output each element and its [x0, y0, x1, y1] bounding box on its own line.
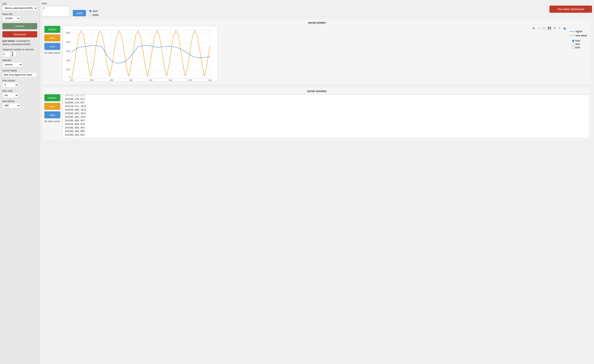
- spinner-up-button[interactable]: ▲: [11, 52, 14, 54]
- plot-rollover-select[interactable]: 100 200 400 800 1600: [2, 103, 20, 108]
- time-units-select[interactable]: ms s min hr: [2, 93, 18, 98]
- svg-text:1000: 1000: [65, 32, 70, 34]
- plotter-no-data: No data saved.: [44, 52, 61, 54]
- reset-icon[interactable]: ↺: [553, 26, 556, 30]
- time-column-section: time column 0 1 2: [2, 79, 37, 88]
- svg-text:241: 241: [149, 79, 152, 81]
- svg-text:238: 238: [89, 79, 93, 81]
- delimiter-select[interactable]: comma space tab semicolon: [2, 62, 22, 67]
- legend-sine-line: [570, 35, 574, 36]
- send-button[interactable]: send: [73, 10, 86, 16]
- column-labels-section: column labels time (ms),signal,sine wave: [2, 69, 37, 77]
- monitor-inner: stream clear save No data saved. 244160,…: [44, 94, 589, 138]
- monitor-line: 244360,404,905: [65, 129, 587, 133]
- svg-text:244: 244: [208, 79, 212, 81]
- time-units-label: time units: [2, 89, 37, 92]
- ascii-radio[interactable]: [89, 10, 92, 12]
- legend-sine-label: sine wave: [575, 34, 587, 37]
- monitor-save-button[interactable]: save: [44, 111, 60, 118]
- svg-text:400: 400: [67, 59, 70, 62]
- top-bar: input 7 send ascii bytes shut down dashb…: [42, 2, 592, 16]
- max-columns-section: maximum number of columns 3 ▲ ▼: [2, 48, 37, 57]
- svg-text:800: 800: [67, 41, 70, 43]
- view-options: lines dots both: [572, 39, 580, 49]
- delimiter-label: delimiter: [2, 59, 37, 62]
- column-labels-label: column labels: [2, 69, 37, 72]
- plotter-clear-button[interactable]: clear: [44, 34, 60, 41]
- port-label: port: [2, 2, 37, 5]
- baud-rate-select[interactable]: 115200 9600 19200 57600 230400: [2, 16, 20, 21]
- port-select[interactable]: /dev/cu.usbmodem143301 Arc: [2, 6, 37, 11]
- baud-rate-label: baud rate: [2, 13, 37, 15]
- svg-text:240: 240: [129, 79, 133, 81]
- serial-monitor-title: serial monitor: [44, 89, 589, 93]
- monitor-clear-button[interactable]: clear: [44, 103, 60, 110]
- disconnect-button[interactable]: disconnect: [2, 31, 37, 37]
- chart-area: ✥ ⬚ ⬡ 💾 ↺ ? ◉ 10: [62, 26, 567, 82]
- both-radio[interactable]: [572, 46, 574, 49]
- svg-text:243: 243: [188, 79, 192, 81]
- shutdown-button[interactable]: shut down dashboard: [549, 6, 592, 13]
- monitor-no-data: No data saved.: [44, 120, 61, 123]
- max-columns-spinner: 3 ▲ ▼: [2, 51, 16, 57]
- svg-text:0: 0: [69, 76, 70, 78]
- monitor-buttons: stream clear save: [44, 94, 60, 118]
- column-labels-input[interactable]: time (ms),signal,sine wave: [2, 72, 37, 77]
- legend-signal: signal: [570, 30, 582, 33]
- zoom-rect-icon[interactable]: ⬚: [537, 26, 541, 30]
- zoom-poly-icon[interactable]: ⬡: [542, 26, 546, 30]
- monitor-data-area[interactable]: 244160,418,915244180,416,974244200,414,9…: [62, 94, 589, 138]
- plotter-save-button[interactable]: save: [44, 43, 60, 50]
- input-label: input: [42, 2, 70, 5]
- pan-icon[interactable]: ✥: [532, 26, 536, 30]
- time-column-select[interactable]: 0 1 2: [2, 82, 18, 88]
- monitor-line: 244340,404,943: [65, 126, 587, 129]
- bytes-radio-label[interactable]: bytes: [89, 13, 99, 16]
- plotter-inner: stream clear save No data saved. ✥ ⬚ ⬡ 💾…: [44, 26, 589, 82]
- ascii-radio-label[interactable]: ascii: [89, 10, 99, 13]
- lines-label: lines: [575, 39, 580, 42]
- help-icon[interactable]: ?: [558, 26, 561, 30]
- monitor-line: 244300,404,997: [65, 119, 587, 122]
- bytes-radio[interactable]: [89, 13, 92, 16]
- legend-signal-label: signal: [575, 30, 582, 33]
- chart-legend-area: signal sine wave lines dots: [570, 30, 589, 49]
- monitor-line: 244240,408,1021: [65, 108, 587, 112]
- lines-radio[interactable]: [572, 40, 574, 42]
- plotter-buttons: stream clear save: [44, 26, 60, 50]
- color-icon[interactable]: ◉: [563, 26, 567, 30]
- svg-text:237: 237: [70, 79, 73, 81]
- monitor-line: 244380,404,861: [65, 133, 587, 137]
- input-textarea[interactable]: 7: [42, 6, 70, 16]
- bytes-label: bytes: [93, 13, 99, 16]
- max-columns-label: maximum number of columns: [2, 48, 37, 51]
- chart-toolbar: ✥ ⬚ ⬡ 💾 ↺ ? ◉: [531, 26, 567, 31]
- legend-sine: sine wave: [570, 34, 587, 37]
- plot-rollover-label: plot rollover: [2, 100, 37, 103]
- both-radio-label[interactable]: both: [572, 46, 580, 49]
- connect-button[interactable]: connect: [2, 23, 37, 29]
- dots-radio[interactable]: [572, 43, 574, 46]
- ascii-label: ascii: [93, 10, 98, 13]
- baud-rate-section: baud rate 115200 9600 19200 57600 230400: [2, 13, 37, 21]
- lines-radio-label[interactable]: lines: [572, 39, 580, 42]
- svg-text:239: 239: [109, 79, 113, 81]
- spinner-down-button[interactable]: ▼: [11, 54, 14, 57]
- svg-text:242: 242: [169, 79, 172, 81]
- sidebar: port /dev/cu.usbmodem143301 Arc baud rat…: [0, 0, 40, 364]
- dots-label: dots: [575, 43, 580, 46]
- monitor-line: 244320,404,974: [65, 122, 587, 126]
- serial-plotter-title: serial plotter: [44, 21, 589, 24]
- svg-text:200: 200: [67, 68, 70, 71]
- save-chart-icon[interactable]: 💾: [547, 26, 551, 30]
- dots-radio-label[interactable]: dots: [572, 43, 580, 46]
- spinner-buttons: ▲ ▼: [11, 52, 14, 57]
- plotter-stream-button[interactable]: stream: [44, 26, 60, 33]
- serial-monitor-panel: serial monitor stream clear save No data…: [42, 87, 592, 141]
- serial-plotter-panel: serial plotter stream clear save No data…: [42, 18, 592, 85]
- plot-rollover-section: plot rollover 100 200 400 800 1600: [2, 100, 37, 108]
- max-columns-input[interactable]: 3: [3, 52, 11, 56]
- time-units-section: time units ms s min hr: [2, 89, 37, 98]
- main-content: input 7 send ascii bytes shut down dashb…: [40, 0, 594, 364]
- monitor-stream-button[interactable]: stream: [44, 94, 60, 101]
